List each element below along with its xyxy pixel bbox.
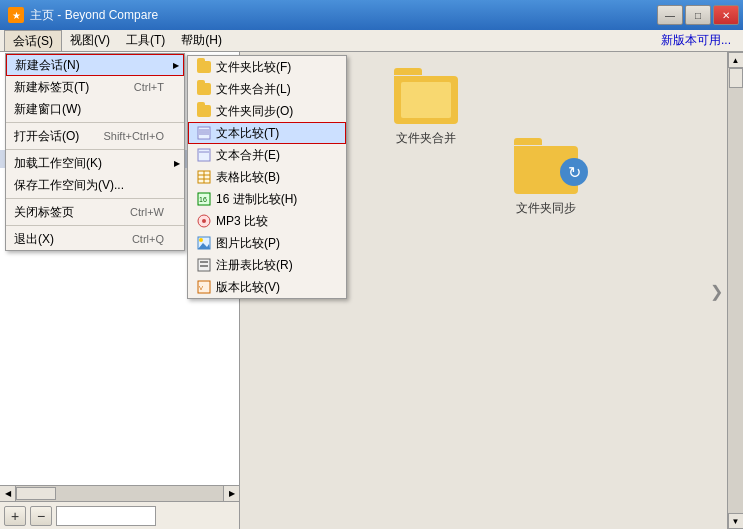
submenu-table-compare[interactable]: 表格比较(B) <box>188 166 346 188</box>
submenu-image-compare[interactable]: 图片比较(P) <box>188 232 346 254</box>
separator-3 <box>6 198 184 199</box>
submenu-mp3-compare[interactable]: MP3 比较 <box>188 210 346 232</box>
table-compare-icon <box>196 169 212 185</box>
submenu-panel: 文件夹比较(F) 文件夹合并(L) <box>187 55 347 299</box>
window-controls: — □ ✕ <box>657 5 739 25</box>
minimize-button[interactable]: — <box>657 5 683 25</box>
window-title: 主页 - Beyond Compare <box>30 7 158 24</box>
submenu-folder-sync[interactable]: 文件夹同步(O) <box>188 100 346 122</box>
folder-compare-icon <box>196 59 212 75</box>
text-compare-icon <box>196 125 212 141</box>
folder-merge-big-icon <box>394 68 458 124</box>
menu-load-workspace[interactable]: 加载工作空间(K) <box>6 152 184 174</box>
submenu-text-compare[interactable]: 文本比较(T) <box>188 122 346 144</box>
title-bar: ★ 主页 - Beyond Compare — □ ✕ <box>0 0 743 30</box>
submenu-text-merge[interactable]: 文本合并(E) <box>188 144 346 166</box>
svg-rect-19 <box>200 265 208 267</box>
menu-new-window[interactable]: 新建窗口(W) <box>6 98 184 120</box>
hscroll-left-arrow[interactable]: ◀ <box>0 486 16 501</box>
search-input[interactable] <box>56 506 156 526</box>
big-icon-folder-sync[interactable]: ↻ 文件夹同步 <box>496 138 596 217</box>
vscroll-down-arrow[interactable]: ▼ <box>728 513 744 529</box>
svg-rect-4 <box>198 149 210 161</box>
text-merge-icon <box>196 147 212 163</box>
menu-session[interactable]: 会话(S) 新建会话(N) 文件夹比较(F) <box>4 30 62 51</box>
menu-save-workspace[interactable]: 保存工作空间为(V)... <box>6 174 184 196</box>
separator-4 <box>6 225 184 226</box>
svg-text:V: V <box>199 285 203 291</box>
image-compare-icon <box>196 235 212 251</box>
vscroll-up-arrow[interactable]: ▲ <box>728 52 744 68</box>
submenu-folder-compare[interactable]: 文件夹比较(F) <box>188 56 346 78</box>
menu-new-session[interactable]: 新建会话(N) 文件夹比较(F) <box>6 54 184 76</box>
folder-sync-big-icon: ↻ <box>514 138 578 194</box>
close-button[interactable]: ✕ <box>713 5 739 25</box>
folder-merge-label: 文件夹合并 <box>396 130 456 147</box>
horizontal-scrollbar[interactable]: ◀ ▶ <box>0 485 239 501</box>
panel-arrow-right: ❯ <box>710 281 723 300</box>
svg-point-15 <box>199 238 203 242</box>
menu-view[interactable]: 视图(V) <box>62 30 118 51</box>
new-version-notice[interactable]: 新版本可用... <box>661 30 739 51</box>
vscroll-thumb[interactable] <box>729 68 743 88</box>
vscroll-track[interactable] <box>728 68 743 513</box>
submenu-registry-compare[interactable]: 注册表比较(R) <box>188 254 346 276</box>
folder-sync-icon <box>196 103 212 119</box>
menu-close-tab[interactable]: 关闭标签页 Ctrl+W <box>6 201 184 223</box>
session-menu: 新建会话(N) 文件夹比较(F) <box>5 53 185 251</box>
menu-tools[interactable]: 工具(T) <box>118 30 173 51</box>
mp3-compare-icon <box>196 213 212 229</box>
app-icon: ★ <box>8 7 24 23</box>
submenu-version-compare[interactable]: V 版本比较(V) <box>188 276 346 298</box>
submenu-folder-merge[interactable]: 文件夹合并(L) <box>188 78 346 100</box>
separator-1 <box>6 122 184 123</box>
menu-new-tab[interactable]: 新建标签页(T) Ctrl+T <box>6 76 184 98</box>
bottom-toolbar: + − <box>0 501 239 529</box>
hscroll-right-arrow[interactable]: ▶ <box>223 486 239 501</box>
registry-compare-icon <box>196 257 212 273</box>
svg-point-13 <box>202 219 206 223</box>
menu-exit[interactable]: 退出(X) Ctrl+Q <box>6 228 184 250</box>
remove-session-button[interactable]: − <box>30 506 52 526</box>
hscroll-track[interactable] <box>16 486 223 501</box>
menu-open-session[interactable]: 打开会话(O) Shift+Ctrl+O <box>6 125 184 147</box>
vertical-scrollbar[interactable]: ▲ ▼ <box>727 52 743 529</box>
submenu-hex-compare[interactable]: 16 16 进制比较(H) <box>188 188 346 210</box>
separator-2 <box>6 149 184 150</box>
hex-compare-icon: 16 <box>196 191 212 207</box>
maximize-button[interactable]: □ <box>685 5 711 25</box>
svg-rect-0 <box>198 127 210 139</box>
new-session-submenu: 文件夹比较(F) 文件夹合并(L) <box>187 55 347 299</box>
svg-text:16: 16 <box>199 196 207 203</box>
hscroll-thumb[interactable] <box>16 487 56 500</box>
svg-rect-18 <box>200 261 208 263</box>
session-dropdown: 新建会话(N) 文件夹比较(F) <box>5 53 185 251</box>
big-icon-folder-merge[interactable]: 文件夹合并 <box>376 68 476 217</box>
folder-sync-label: 文件夹同步 <box>516 200 576 217</box>
menu-help[interactable]: 帮助(H) <box>173 30 230 51</box>
folder-merge-icon <box>196 81 212 97</box>
add-session-button[interactable]: + <box>4 506 26 526</box>
menu-bar: 会话(S) 新建会话(N) 文件夹比较(F) <box>0 30 743 52</box>
version-compare-icon: V <box>196 279 212 295</box>
